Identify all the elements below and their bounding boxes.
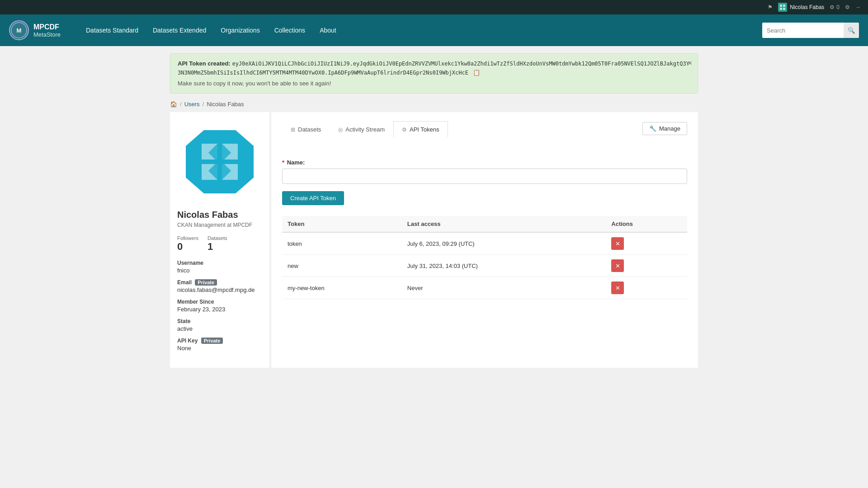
user-avatar-image <box>179 121 260 202</box>
brand-name: MPCDF <box>33 23 61 31</box>
name-label: * Name: <box>282 159 687 166</box>
state-row: State active <box>177 318 262 332</box>
state-label: State <box>177 318 262 324</box>
svg-rect-16 <box>186 169 195 178</box>
api-tab-icon: ⚙ <box>402 127 407 133</box>
username-label: Username <box>177 260 262 266</box>
api-key-label: API Key Private <box>177 338 262 344</box>
member-since-value: February 23, 2023 <box>177 306 262 313</box>
nav-datasets-standard[interactable]: Datasets Standard <box>79 14 146 46</box>
copy-token-icon[interactable]: 📋 <box>473 68 480 77</box>
svg-rect-20 <box>204 184 213 193</box>
svg-rect-1 <box>780 5 782 7</box>
followers-count: 0 <box>177 241 198 253</box>
close-icon: × <box>688 59 692 67</box>
actions-cell: ✕ <box>606 255 687 277</box>
col-last-access: Last access <box>402 216 606 232</box>
svg-rect-15 <box>245 146 254 155</box>
api-key-value: None <box>177 345 262 352</box>
manage-icon: 🔧 <box>649 125 656 132</box>
delete-token-button[interactable]: ✕ <box>611 259 624 272</box>
right-panel: ⊞ Datasets ◎ Activity Stream ⚙ API Token… <box>271 112 698 368</box>
token-name-form-group: * Name: <box>282 159 687 184</box>
last-access-cell: July 31, 2023, 14:03 (UTC) <box>402 255 606 277</box>
state-value: active <box>177 325 262 332</box>
svg-rect-2 <box>783 5 785 7</box>
token-cell: my-new-token <box>282 277 402 299</box>
tab-api-tokens[interactable]: ⚙ API Tokens <box>393 121 448 137</box>
tokens-table-body: token July 6, 2023, 09:29 (UTC) ✕ new Ju… <box>282 232 687 299</box>
manage-button[interactable]: 🔧 Manage <box>642 122 687 135</box>
navbar: M MPCDF MetaStore Datasets Standard Data… <box>0 14 868 46</box>
info-section: Username fnico Email Private nicolas.fab… <box>177 260 262 352</box>
email-row: Email Private nicolas.fabas@mpcdf.mpg.de <box>177 279 262 293</box>
email-private-badge: Private <box>195 279 217 286</box>
token-created-label: API Token created: <box>178 60 231 67</box>
last-access-cell: July 6, 2023, 09:29 (UTC) <box>402 232 606 255</box>
alert-close-button[interactable]: × <box>688 59 692 67</box>
main-container: Nicolas Fabas CKAN Management at MPCDF F… <box>163 112 705 368</box>
brand-sub: MetaStore <box>33 31 61 38</box>
stats-row: Followers 0 Datasets 1 <box>177 235 262 253</box>
top-bar: ⚑ Nicolas Fabas ⚙ 0 ⚙ → <box>0 0 868 14</box>
api-key-badge: Private <box>201 338 223 344</box>
home-icon: 🏠 <box>170 101 177 108</box>
delete-token-button[interactable]: ✕ <box>611 237 624 250</box>
actions-cell: ✕ <box>606 277 687 299</box>
settings-icon[interactable]: ⚙ <box>845 4 850 10</box>
breadcrumb: 🏠 / Users / Nicolas Fabas <box>163 101 705 108</box>
svg-rect-14 <box>186 146 195 155</box>
left-panel: Nicolas Fabas CKAN Management at MPCDF F… <box>170 112 269 368</box>
datasets-stat: Datasets 1 <box>208 235 227 253</box>
api-token-alert: API Token created: eyJ0eXAiOiJKV1QiLCJhb… <box>170 53 698 94</box>
api-key-row: API Key Private None <box>177 338 262 352</box>
member-since-row: Member Since February 23, 2023 <box>177 299 262 313</box>
username-value: fnico <box>177 267 262 274</box>
search-button[interactable]: 🔍 <box>844 23 859 38</box>
home-link[interactable]: 🏠 <box>170 101 177 108</box>
datasets-label: Datasets <box>208 235 227 241</box>
breadcrumb-sep-1: / <box>180 101 182 108</box>
alert-note: Make sure to copy it now, you won't be a… <box>178 79 690 88</box>
last-access-cell: Never <box>402 277 606 299</box>
tab-activity-label: Activity Stream <box>345 126 385 133</box>
delete-token-button[interactable]: ✕ <box>611 282 624 294</box>
gear-settings[interactable]: ⚙ 0 <box>830 4 840 10</box>
search-icon: 🔍 <box>848 27 855 34</box>
tabs: ⊞ Datasets ◎ Activity Stream ⚙ API Token… <box>282 121 448 137</box>
current-user-breadcrumb: Nicolas Fabas <box>207 101 244 108</box>
create-api-token-button[interactable]: Create API Token <box>282 191 344 205</box>
datasets-count: 1 <box>208 241 227 253</box>
token-name-input[interactable] <box>282 169 687 184</box>
member-since-label: Member Since <box>177 299 262 305</box>
user-menu[interactable]: Nicolas Fabas <box>778 3 824 12</box>
svg-rect-18 <box>204 130 213 139</box>
brand-logo-link[interactable]: M MPCDF MetaStore <box>9 20 61 40</box>
activity-tab-icon: ◎ <box>338 127 343 133</box>
flag-icon[interactable]: ⚑ <box>768 4 773 10</box>
svg-rect-21 <box>226 184 236 193</box>
svg-text:M: M <box>17 27 22 34</box>
search-input[interactable] <box>762 23 844 38</box>
svg-rect-17 <box>245 169 254 178</box>
tab-datasets-label: Datasets <box>298 126 321 133</box>
users-label: Users <box>184 101 200 108</box>
svg-rect-3 <box>780 8 782 10</box>
nav-about[interactable]: About <box>312 14 344 46</box>
nav-datasets-extended[interactable]: Datasets Extended <box>146 14 213 46</box>
token-value: eyJ0eXAiOiJKV1QiLCJhbGciOiJIUzI1NiJ9.eyJ… <box>178 61 689 76</box>
email-label: Email Private <box>177 279 262 286</box>
nav-organizations[interactable]: Organizations <box>213 14 267 46</box>
brand-logo: M <box>9 20 29 40</box>
users-link[interactable]: Users <box>184 101 200 108</box>
gear-icon: ⚙ <box>830 4 835 10</box>
search-box: 🔍 <box>762 23 859 38</box>
arrow-icon[interactable]: → <box>855 4 861 10</box>
nav-links: Datasets Standard Datasets Extended Orga… <box>79 14 762 46</box>
avatar-container <box>177 121 262 202</box>
nav-collections[interactable]: Collections <box>267 14 312 46</box>
tokens-table: Token Last access Actions token July 6, … <box>282 216 687 299</box>
tab-datasets[interactable]: ⊞ Datasets <box>282 121 330 137</box>
col-actions: Actions <box>606 216 687 232</box>
tab-activity-stream[interactable]: ◎ Activity Stream <box>330 121 393 137</box>
